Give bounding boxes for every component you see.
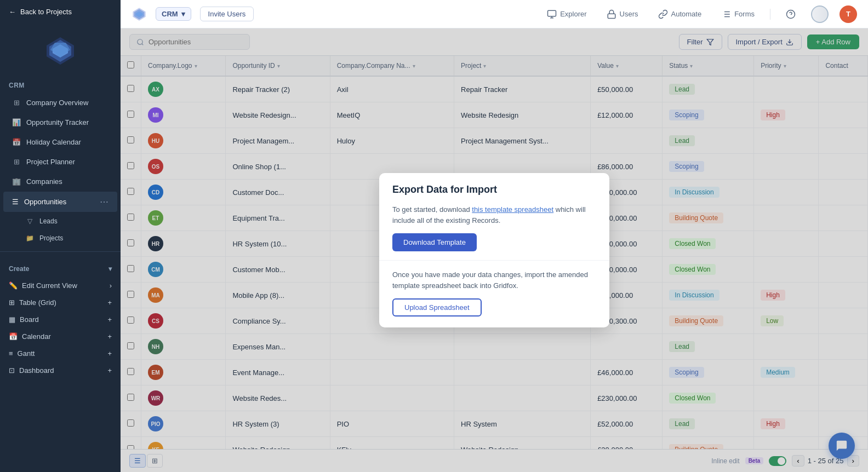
sidebar-label: Companies <box>26 177 62 186</box>
create-label: Create <box>9 265 29 273</box>
calendar-item[interactable]: 📅 Calendar + <box>3 328 117 345</box>
sidebar-item-leads[interactable]: ▽ Leads <box>19 213 117 229</box>
board-icon: ▦ <box>9 315 15 324</box>
sidebar-label: Opportunities <box>24 198 66 206</box>
sidebar-logo <box>0 24 121 73</box>
opportunities-more-icon[interactable]: ⋯ <box>100 197 108 207</box>
edit-icon: ✏️ <box>9 281 18 290</box>
chevron-down-icon2: ▾ <box>181 10 185 18</box>
upload-spreadsheet-button[interactable]: Upload Spreadsheet <box>392 298 482 316</box>
monitor-icon <box>547 9 557 19</box>
plus-icon[interactable]: + <box>107 366 112 375</box>
modal-upload-section: Once you have made your data changes, im… <box>379 261 609 327</box>
link-icon <box>658 9 668 19</box>
automate-action[interactable]: Automate <box>654 7 706 21</box>
back-to-projects[interactable]: ← Back to Projects <box>0 0 121 24</box>
grid-icon: ⊞ <box>12 98 21 107</box>
create-item-label: Board <box>20 315 39 324</box>
forms-icon <box>721 9 731 19</box>
crm-dropdown[interactable]: CRM ▾ <box>156 7 191 21</box>
topnav: CRM ▾ Invite Users Explorer Users Automa… <box>121 0 868 28</box>
modal-overlay[interactable]: Export Data for Import To get started, d… <box>121 28 868 472</box>
create-section: Create ▾ ✏️ Edit Current View › ⊞ Table … <box>0 256 121 379</box>
explorer-label: Explorer <box>560 10 586 18</box>
board-item[interactable]: ▦ Board + <box>3 311 117 328</box>
building-icon: 🏢 <box>12 177 21 186</box>
sidebar-item-project-planner[interactable]: ⊞ Project Planner <box>3 152 117 171</box>
gantt-item[interactable]: ≡ Gantt + <box>3 345 117 362</box>
download-template-button[interactable]: Download Template <box>392 233 477 251</box>
sidebar-crm-label: CRM <box>0 73 121 93</box>
table-grid-item[interactable]: ⊞ Table (Grid) + <box>3 294 117 311</box>
create-item-label: Calendar <box>22 332 51 341</box>
chart-icon: 📊 <box>12 118 21 126</box>
filter-icon: ▽ <box>25 217 34 226</box>
sidebar-label: Project Planner <box>26 158 75 166</box>
forms-action[interactable]: Forms <box>717 7 759 21</box>
gantt-icon: ≡ <box>9 349 13 358</box>
svg-rect-10 <box>608 14 615 18</box>
users-action[interactable]: Users <box>602 7 643 21</box>
grid-icon2: ⊞ <box>12 157 21 166</box>
chevron-down-icon: ▾ <box>108 265 112 273</box>
arrow-right-icon: › <box>110 281 112 290</box>
invite-users-button[interactable]: Invite Users <box>200 7 254 21</box>
plus-icon[interactable]: + <box>107 349 112 358</box>
modal-download-section: To get started, download this template s… <box>379 195 609 261</box>
modal-title: Export Data for Import <box>379 173 609 195</box>
sidebar-item-opportunities[interactable]: ☰ Opportunities ⋯ <box>3 192 117 212</box>
sidebar-item-projects[interactable]: 📁 Projects <box>19 230 117 246</box>
topnav-logo <box>132 7 147 22</box>
topnav-actions: Explorer Users Automate Forms T <box>542 5 857 23</box>
plus-icon[interactable]: + <box>107 315 112 324</box>
sidebar-label: Leads <box>39 217 58 225</box>
folder-icon: 📁 <box>25 234 34 243</box>
explorer-action[interactable]: Explorer <box>542 7 591 21</box>
export-data-modal: Export Data for Import To get started, d… <box>379 173 609 327</box>
automate-label: Automate <box>671 10 702 18</box>
sidebar-item-opportunity-tracker[interactable]: 📊 Opportunity Tracker <box>3 113 117 131</box>
calendar-icon2: 📅 <box>9 332 18 341</box>
template-link[interactable]: this template spreadsheet <box>472 205 553 214</box>
table-area: Filter Import / Export + Add Row Company… <box>121 28 868 472</box>
back-label: Back to Projects <box>20 8 72 16</box>
edit-current-view-item[interactable]: ✏️ Edit Current View › <box>3 277 117 294</box>
loading-avatar <box>811 5 829 23</box>
sidebar-sub-leads: ▽ Leads 📁 Projects <box>0 212 121 247</box>
sidebar-label: Opportunity Tracker <box>26 118 89 126</box>
dashboard-icon: ⊡ <box>9 366 15 375</box>
sidebar-label: Projects <box>39 234 63 242</box>
user-avatar[interactable]: T <box>840 5 857 23</box>
svg-rect-7 <box>548 10 556 16</box>
sidebar-label: Holiday Calendar <box>26 138 81 146</box>
users-label: Users <box>620 10 638 18</box>
main-content: CRM ▾ Invite Users Explorer Users Automa… <box>121 0 868 472</box>
create-item-label: Gantt <box>18 349 35 358</box>
sidebar-item-holiday-calendar[interactable]: 📅 Holiday Calendar <box>3 133 117 151</box>
create-header[interactable]: Create ▾ <box>3 261 117 277</box>
plus-icon[interactable]: + <box>107 332 112 341</box>
crm-label: CRM <box>162 10 178 18</box>
modal-download-desc: To get started, download this template s… <box>392 204 596 226</box>
sidebar-item-companies[interactable]: 🏢 Companies <box>3 172 117 191</box>
help-icon <box>786 9 796 19</box>
table-icon: ⊞ <box>9 298 15 307</box>
sidebar-label: Company Overview <box>26 99 88 107</box>
dashboard-item[interactable]: ⊡ Dashboard + <box>3 362 117 379</box>
create-item-label: Table (Grid) <box>19 298 56 307</box>
create-item-label: Edit Current View <box>22 281 77 290</box>
modal-upload-desc: Once you have made your data changes, im… <box>392 269 596 291</box>
plus-icon[interactable]: + <box>107 298 112 307</box>
forms-label: Forms <box>734 10 755 18</box>
sidebar-item-company-overview[interactable]: ⊞ Company Overview <box>3 93 117 112</box>
lock-icon <box>607 9 616 19</box>
help-action[interactable] <box>781 7 800 21</box>
calendar-icon: 📅 <box>12 137 21 146</box>
list-icon: ☰ <box>12 198 19 206</box>
back-arrow-icon: ← <box>9 8 16 16</box>
create-item-label: Dashboard <box>19 366 54 375</box>
sidebar: ← Back to Projects CRM ⊞ Company Overvie… <box>0 0 121 472</box>
